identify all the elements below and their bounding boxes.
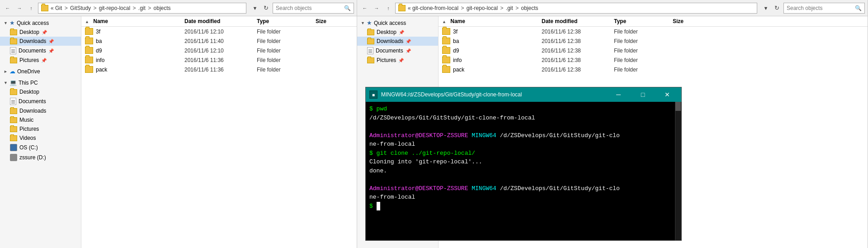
right-quick-access-header[interactable]: ▼ ★ Quick access: [357, 18, 438, 28]
left-search-input[interactable]: [276, 5, 344, 11]
left-file-row[interactable]: pack 2016/11/6 11:36 File folder: [81, 65, 357, 74]
left-address-bar: ← → ↑ « Git > GitStudy > git-repo-local …: [0, 0, 357, 16]
left-sidebar-pictures[interactable]: Pictures 📌: [0, 56, 81, 65]
left-file-row[interactable]: d9 2016/11/6 12:10 File folder: [81, 46, 357, 55]
left-sidebar-desktop[interactable]: Desktop 📌: [0, 28, 81, 37]
right-file-date-4: 2016/11/6 12:38: [542, 67, 614, 73]
right-path-repo[interactable]: git-repo-local: [467, 5, 498, 11]
terminal-close-btn[interactable]: ✕: [657, 87, 678, 102]
terminal-scroll-thumb[interactable]: [675, 102, 681, 111]
right-file-row[interactable]: info 2016/11/6 12:38 File folder: [439, 55, 868, 65]
left-folder-icon-4: [85, 66, 93, 73]
left-back-btn[interactable]: ←: [3, 3, 13, 13]
left-refresh-btn[interactable]: ↻: [261, 3, 271, 13]
left-search-box[interactable]: 🔍: [273, 3, 354, 14]
left-thispc-music[interactable]: Music: [0, 115, 81, 124]
right-sidebar-desktop[interactable]: Desktop 📌: [357, 28, 438, 37]
left-quick-access-label: Quick access: [17, 20, 49, 26]
right-file-row[interactable]: ba 2016/11/6 12:38 File folder: [439, 36, 868, 46]
left-file-list-header: ▲ Name Date modified Type Size: [81, 16, 357, 27]
right-sidebar-downloads[interactable]: Downloads 📌: [357, 37, 438, 46]
left-up-btn[interactable]: ↑: [26, 3, 36, 13]
left-downloads-pin: 📌: [48, 39, 54, 44]
left-drive-d[interactable]: zssure (D:): [0, 153, 81, 162]
left-path-dotgit[interactable]: .git: [138, 5, 146, 11]
left-file-date-2: 2016/11/6 12:10: [184, 48, 257, 54]
right-file-row[interactable]: d9 2016/11/6 12:38 File folder: [439, 46, 868, 55]
right-search-input[interactable]: [787, 5, 855, 11]
terminal-line-4: Administrator@DESKTOP-ZSSURE MINGW64 /d/…: [369, 131, 678, 140]
right-back-btn[interactable]: ←: [360, 3, 370, 13]
left-sidebar-downloads[interactable]: Downloads 📌: [0, 37, 81, 46]
right-search-box[interactable]: 🔍: [783, 3, 865, 14]
left-pc-icon: 💻: [9, 79, 17, 86]
terminal-scrollbar[interactable]: [675, 102, 681, 240]
left-dropdown-btn[interactable]: ▼: [250, 3, 260, 13]
left-pc-downloads-label: Downloads: [19, 108, 46, 114]
left-col-type-header[interactable]: Type: [257, 18, 316, 24]
left-sidebar-documents[interactable]: Documents 📌: [0, 46, 81, 56]
left-thispc-documents[interactable]: Documents: [0, 96, 81, 106]
left-drive-d-label: zssure (D:): [19, 154, 46, 161]
terminal-line-10: Administrator@DESKTOP-ZSSURE MINGW64 /d/…: [369, 184, 678, 193]
terminal-line-6: $ git clone ../git-repo-local/: [369, 149, 678, 158]
terminal-restore-btn[interactable]: □: [632, 87, 653, 102]
terminal-body[interactable]: $ pwd /d/ZSDevelops/Git/GitStudy/git-clo…: [366, 102, 681, 240]
right-sort-arrow: ▲: [442, 19, 446, 24]
left-path-git[interactable]: Git: [55, 5, 62, 11]
left-thispc-header[interactable]: ▼ 💻 This PC: [0, 78, 81, 87]
left-path-objects[interactable]: objects: [154, 5, 171, 11]
left-thispc-videos[interactable]: Videos: [0, 134, 81, 143]
right-refresh-btn[interactable]: ↻: [772, 3, 782, 13]
left-file-row[interactable]: 3f 2016/11/6 12:10 File folder: [81, 27, 357, 36]
right-path-clone[interactable]: git-clone-from-local: [412, 5, 458, 11]
right-col-name-header[interactable]: ▲ Name: [442, 18, 542, 24]
left-search-icon: 🔍: [344, 5, 351, 11]
right-sidebar-pictures[interactable]: Pictures 📌: [357, 56, 438, 65]
left-path-repo[interactable]: git-repo-local: [99, 5, 130, 11]
right-file-rows: 3f 2016/11/6 12:38 File folder ba 2016/1…: [439, 27, 868, 74]
terminal-line-3: [369, 122, 678, 131]
left-path-gitstudy[interactable]: GitStudy: [70, 5, 91, 11]
right-file-row[interactable]: pack 2016/11/6 12:38 File folder: [439, 65, 868, 74]
left-quick-access-header[interactable]: ▼ ★ Quick access: [0, 18, 81, 28]
left-col-size-header[interactable]: Size: [316, 18, 352, 24]
left-file-row[interactable]: info 2016/11/6 11:36 File folder: [81, 55, 357, 65]
left-drive-c[interactable]: OS (C:): [0, 143, 81, 153]
left-col-name-header[interactable]: ▲ Name: [85, 18, 184, 24]
right-dropdown-btn[interactable]: ▼: [761, 3, 771, 13]
left-desktop-folder-icon: [10, 29, 17, 35]
right-file-row[interactable]: 3f 2016/11/6 12:38 File folder: [439, 27, 868, 36]
right-file-type-4: File folder: [614, 67, 673, 73]
left-col-date-header[interactable]: Date modified: [184, 18, 257, 24]
right-address-path[interactable]: « git-clone-from-local > git-repo-local …: [395, 3, 757, 14]
right-col-date-header[interactable]: Date modified: [542, 18, 614, 24]
terminal-minimize-btn[interactable]: ─: [608, 87, 629, 102]
left-drive-d-icon: [10, 154, 17, 161]
right-forward-btn[interactable]: →: [372, 3, 382, 13]
right-path-dotgit[interactable]: .git: [506, 5, 513, 11]
terminal-line-9: [369, 175, 678, 184]
right-col-size-header[interactable]: Size: [673, 18, 709, 24]
left-address-path[interactable]: « Git > GitStudy > git-repo-local > .git…: [38, 3, 246, 14]
left-forward-btn[interactable]: →: [14, 3, 24, 13]
terminal-line-2: /d/ZSDevelops/Git/GitStudy/git-clone-fro…: [369, 114, 678, 123]
left-file-name-text-1: ba: [96, 38, 102, 44]
left-onedrive-header[interactable]: ► ☁ OneDrive: [0, 67, 81, 76]
left-thispc-downloads[interactable]: Downloads: [0, 106, 81, 115]
right-search-icon: 🔍: [855, 5, 862, 11]
right-up-btn[interactable]: ↑: [383, 3, 393, 13]
left-file-name-text-3: info: [96, 57, 104, 63]
left-thispc-desktop[interactable]: Desktop: [0, 87, 81, 96]
right-sidebar-documents[interactable]: Documents 📌: [357, 46, 438, 56]
right-desktop-pin: 📌: [399, 30, 404, 35]
right-file-type-1: File folder: [614, 38, 673, 44]
left-pc-pictures-label: Pictures: [19, 126, 39, 132]
right-col-type-header[interactable]: Type: [614, 18, 673, 24]
right-path-objects[interactable]: objects: [521, 5, 538, 11]
terminal-cursor-line: $: [369, 202, 678, 211]
left-file-name-text-4: pack: [96, 67, 107, 73]
left-thispc-pictures[interactable]: Pictures: [0, 124, 81, 134]
left-file-row[interactable]: ba 2016/11/6 11:40 File folder: [81, 36, 357, 46]
left-folder-icon-3: [85, 57, 93, 63]
